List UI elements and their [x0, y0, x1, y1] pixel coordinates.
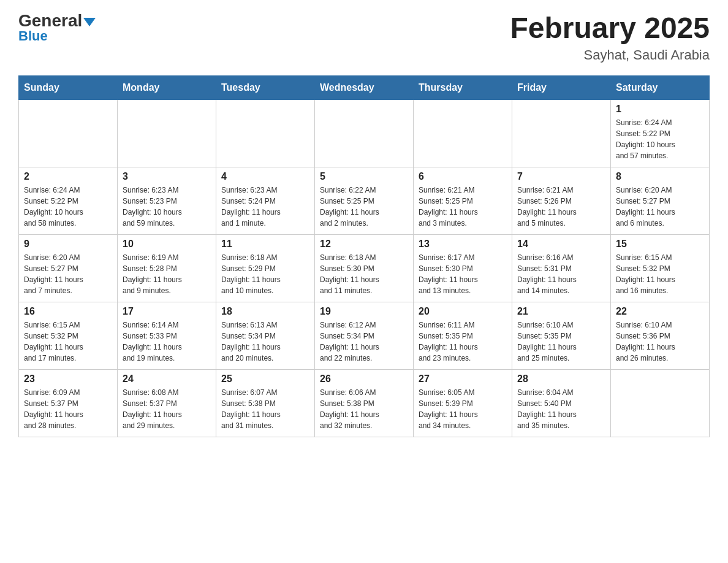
day-cell: 15Sunrise: 6:15 AMSunset: 5:32 PMDayligh… [611, 234, 710, 302]
header-wednesday: Wednesday [315, 75, 414, 99]
day-number: 8 [616, 171, 704, 182]
day-cell: 4Sunrise: 6:23 AMSunset: 5:24 PMDaylight… [216, 167, 315, 234]
day-cell: 24Sunrise: 6:08 AMSunset: 5:37 PMDayligh… [118, 369, 216, 437]
month-title: February 2025 [510, 12, 710, 45]
day-info: Sunrise: 6:15 AMSunset: 5:32 PMDaylight:… [24, 320, 112, 364]
day-cell [118, 99, 216, 167]
day-info: Sunrise: 6:15 AMSunset: 5:32 PMDaylight:… [616, 252, 704, 296]
day-cell [414, 99, 512, 167]
day-info: Sunrise: 6:23 AMSunset: 5:24 PMDaylight:… [221, 185, 309, 229]
day-number: 26 [320, 373, 408, 385]
day-info: Sunrise: 6:12 AMSunset: 5:34 PMDaylight:… [320, 320, 408, 364]
day-info: Sunrise: 6:20 AMSunset: 5:27 PMDaylight:… [616, 185, 704, 229]
day-info: Sunrise: 6:07 AMSunset: 5:38 PMDaylight:… [221, 387, 309, 431]
day-cell: 12Sunrise: 6:18 AMSunset: 5:30 PMDayligh… [315, 234, 414, 302]
day-info: Sunrise: 6:20 AMSunset: 5:27 PMDaylight:… [24, 252, 112, 296]
day-cell: 22Sunrise: 6:10 AMSunset: 5:36 PMDayligh… [611, 302, 710, 369]
day-number: 5 [320, 171, 408, 182]
week-row-3: 16Sunrise: 6:15 AMSunset: 5:32 PMDayligh… [19, 302, 710, 369]
day-cell: 28Sunrise: 6:04 AMSunset: 5:40 PMDayligh… [512, 369, 611, 437]
day-number: 12 [320, 239, 408, 250]
day-number: 16 [24, 306, 112, 317]
day-number: 18 [221, 306, 309, 317]
day-info: Sunrise: 6:18 AMSunset: 5:29 PMDaylight:… [221, 252, 309, 296]
week-row-4: 23Sunrise: 6:09 AMSunset: 5:37 PMDayligh… [19, 369, 710, 437]
day-cell: 11Sunrise: 6:18 AMSunset: 5:29 PMDayligh… [216, 234, 315, 302]
day-info: Sunrise: 6:24 AMSunset: 5:22 PMDaylight:… [24, 185, 112, 229]
day-number: 27 [419, 373, 507, 385]
day-info: Sunrise: 6:16 AMSunset: 5:31 PMDaylight:… [517, 252, 605, 296]
day-cell: 6Sunrise: 6:21 AMSunset: 5:25 PMDaylight… [414, 167, 512, 234]
day-cell: 20Sunrise: 6:11 AMSunset: 5:35 PMDayligh… [414, 302, 512, 369]
day-cell: 26Sunrise: 6:06 AMSunset: 5:38 PMDayligh… [315, 369, 414, 437]
day-info: Sunrise: 6:21 AMSunset: 5:25 PMDaylight:… [419, 185, 507, 229]
day-info: Sunrise: 6:21 AMSunset: 5:26 PMDaylight:… [517, 185, 605, 229]
day-cell: 8Sunrise: 6:20 AMSunset: 5:27 PMDaylight… [611, 167, 710, 234]
header-tuesday: Tuesday [216, 75, 315, 99]
day-info: Sunrise: 6:13 AMSunset: 5:34 PMDaylight:… [221, 320, 309, 364]
calendar-header-row: SundayMondayTuesdayWednesdayThursdayFrid… [19, 75, 710, 99]
day-info: Sunrise: 6:24 AMSunset: 5:22 PMDaylight:… [616, 117, 704, 161]
week-row-0: 1Sunrise: 6:24 AMSunset: 5:22 PMDaylight… [19, 99, 710, 167]
day-cell: 18Sunrise: 6:13 AMSunset: 5:34 PMDayligh… [216, 302, 315, 369]
logo-triangle-icon [83, 18, 96, 26]
header-monday: Monday [118, 75, 216, 99]
day-cell: 1Sunrise: 6:24 AMSunset: 5:22 PMDaylight… [611, 99, 710, 167]
day-number: 7 [517, 171, 605, 182]
day-number: 10 [123, 239, 211, 250]
day-cell [315, 99, 414, 167]
day-number: 17 [123, 306, 211, 317]
day-number: 28 [517, 373, 605, 385]
header-thursday: Thursday [414, 75, 512, 99]
day-info: Sunrise: 6:06 AMSunset: 5:38 PMDaylight:… [320, 387, 408, 431]
day-cell: 21Sunrise: 6:10 AMSunset: 5:35 PMDayligh… [512, 302, 611, 369]
day-number: 21 [517, 306, 605, 317]
day-number: 2 [24, 171, 112, 182]
day-cell: 2Sunrise: 6:24 AMSunset: 5:22 PMDaylight… [19, 167, 118, 234]
day-number: 24 [123, 373, 211, 385]
day-info: Sunrise: 6:10 AMSunset: 5:35 PMDaylight:… [517, 320, 605, 364]
title-section: February 2025 Sayhat, Saudi Arabia [510, 12, 710, 63]
day-cell: 17Sunrise: 6:14 AMSunset: 5:33 PMDayligh… [118, 302, 216, 369]
day-info: Sunrise: 6:19 AMSunset: 5:28 PMDaylight:… [123, 252, 211, 296]
day-info: Sunrise: 6:23 AMSunset: 5:23 PMDaylight:… [123, 185, 211, 229]
day-cell: 13Sunrise: 6:17 AMSunset: 5:30 PMDayligh… [414, 234, 512, 302]
page-header: General Blue February 2025 Sayhat, Saudi… [18, 12, 710, 63]
day-info: Sunrise: 6:10 AMSunset: 5:36 PMDaylight:… [616, 320, 704, 364]
day-cell [611, 369, 710, 437]
day-cell: 14Sunrise: 6:16 AMSunset: 5:31 PMDayligh… [512, 234, 611, 302]
day-info: Sunrise: 6:11 AMSunset: 5:35 PMDaylight:… [419, 320, 507, 364]
day-cell [19, 99, 118, 167]
day-cell [216, 99, 315, 167]
day-number: 23 [24, 373, 112, 385]
header-sunday: Sunday [19, 75, 118, 99]
header-friday: Friday [512, 75, 611, 99]
day-cell: 25Sunrise: 6:07 AMSunset: 5:38 PMDayligh… [216, 369, 315, 437]
day-number: 22 [616, 306, 704, 317]
day-cell: 16Sunrise: 6:15 AMSunset: 5:32 PMDayligh… [19, 302, 118, 369]
day-cell: 23Sunrise: 6:09 AMSunset: 5:37 PMDayligh… [19, 369, 118, 437]
day-number: 25 [221, 373, 309, 385]
location: Sayhat, Saudi Arabia [510, 47, 710, 63]
day-number: 20 [419, 306, 507, 317]
week-row-2: 9Sunrise: 6:20 AMSunset: 5:27 PMDaylight… [19, 234, 710, 302]
day-number: 11 [221, 239, 309, 250]
day-cell: 3Sunrise: 6:23 AMSunset: 5:23 PMDaylight… [118, 167, 216, 234]
logo-blue: Blue [18, 28, 48, 44]
day-info: Sunrise: 6:14 AMSunset: 5:33 PMDaylight:… [123, 320, 211, 364]
logo: General Blue [18, 12, 96, 44]
week-row-1: 2Sunrise: 6:24 AMSunset: 5:22 PMDaylight… [19, 167, 710, 234]
day-cell [512, 99, 611, 167]
day-info: Sunrise: 6:22 AMSunset: 5:25 PMDaylight:… [320, 185, 408, 229]
day-number: 14 [517, 239, 605, 250]
day-cell: 10Sunrise: 6:19 AMSunset: 5:28 PMDayligh… [118, 234, 216, 302]
day-number: 9 [24, 239, 112, 250]
day-number: 3 [123, 171, 211, 182]
day-number: 4 [221, 171, 309, 182]
day-info: Sunrise: 6:18 AMSunset: 5:30 PMDaylight:… [320, 252, 408, 296]
day-number: 6 [419, 171, 507, 182]
day-cell: 7Sunrise: 6:21 AMSunset: 5:26 PMDaylight… [512, 167, 611, 234]
day-number: 15 [616, 239, 704, 250]
day-info: Sunrise: 6:09 AMSunset: 5:37 PMDaylight:… [24, 387, 112, 431]
day-cell: 5Sunrise: 6:22 AMSunset: 5:25 PMDaylight… [315, 167, 414, 234]
